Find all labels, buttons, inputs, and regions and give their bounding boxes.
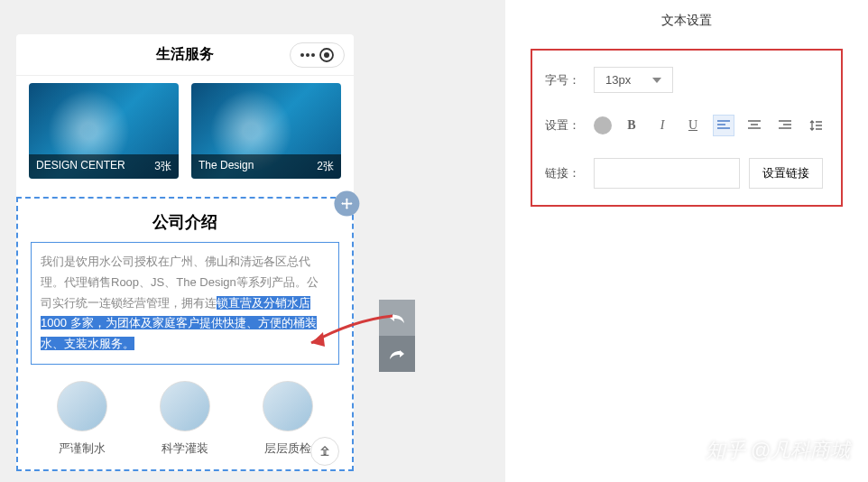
header-controls[interactable] bbox=[290, 42, 345, 68]
feature-item[interactable]: 严谨制水 bbox=[57, 381, 107, 457]
company-text[interactable]: 我们是饮用水公司授权在广州、佛山和清远各区总代理。代理销售Roop、JS、The… bbox=[31, 242, 339, 365]
format-row: 设置： B I U bbox=[545, 115, 828, 136]
image-card[interactable]: The Design2张 bbox=[191, 83, 341, 179]
set-link-button[interactable]: 设置链接 bbox=[749, 158, 823, 189]
image-count: 3张 bbox=[154, 159, 171, 174]
watermark: 知乎 @凡科商城 bbox=[706, 437, 850, 464]
undo-button[interactable] bbox=[379, 300, 415, 336]
underline-button[interactable]: U bbox=[682, 115, 704, 136]
image-title: DESIGN CENTER bbox=[36, 159, 125, 174]
feature-item[interactable]: 科学灌装 bbox=[160, 381, 210, 457]
font-size-select[interactable]: 13px bbox=[594, 67, 673, 93]
app-title: 生活服务 bbox=[156, 45, 214, 64]
feature-label: 严谨制水 bbox=[59, 440, 106, 457]
image-count: 2张 bbox=[317, 159, 334, 174]
feature-label: 科学灌装 bbox=[162, 440, 208, 457]
image-title: The Design bbox=[199, 159, 254, 174]
move-handle[interactable] bbox=[334, 191, 359, 217]
text-color-button[interactable] bbox=[594, 116, 612, 134]
link-row: 链接： 设置链接 bbox=[545, 158, 828, 189]
line-height-button[interactable] bbox=[805, 115, 826, 136]
italic-button[interactable]: I bbox=[651, 115, 673, 136]
text-settings-panel: 文本设置 字号： 13px 设置： B I U 链接： bbox=[505, 0, 868, 482]
bold-button[interactable]: B bbox=[621, 115, 642, 136]
undo-redo-group bbox=[379, 300, 415, 372]
svg-point-4 bbox=[324, 52, 329, 58]
font-size-value: 13px bbox=[605, 73, 631, 87]
link-input[interactable] bbox=[594, 158, 740, 189]
link-label: 链接： bbox=[545, 165, 594, 181]
svg-point-1 bbox=[306, 53, 309, 57]
image-gallery-row: DESIGN CENTER3张 The Design2张 bbox=[16, 76, 354, 191]
format-label: 设置： bbox=[545, 117, 594, 134]
feature-item[interactable]: 层层质检 bbox=[263, 381, 313, 457]
image-card[interactable]: DESIGN CENTER3张 bbox=[29, 83, 179, 179]
panel-title: 文本设置 bbox=[505, 0, 868, 42]
more-icon bbox=[300, 52, 316, 58]
feature-image bbox=[263, 381, 313, 431]
font-size-label: 字号： bbox=[545, 72, 594, 88]
settings-box: 字号： 13px 设置： B I U 链接： 设置链接 bbox=[531, 49, 843, 207]
align-left-button[interactable] bbox=[713, 115, 734, 136]
feature-image bbox=[57, 381, 107, 431]
redo-button[interactable] bbox=[379, 336, 415, 372]
format-toolbar: B I U bbox=[594, 115, 826, 136]
share-button[interactable] bbox=[310, 437, 339, 466]
svg-point-0 bbox=[300, 53, 304, 57]
svg-point-2 bbox=[311, 53, 315, 57]
align-center-button[interactable] bbox=[743, 115, 765, 136]
company-section[interactable]: 公司介绍 我们是饮用水公司授权在广州、佛山和清远各区总代理。代理销售Roop、J… bbox=[16, 197, 354, 471]
chevron-down-icon bbox=[652, 78, 661, 83]
feature-image bbox=[160, 381, 210, 431]
font-size-row: 字号： 13px bbox=[545, 67, 828, 93]
align-right-button[interactable] bbox=[774, 115, 796, 136]
app-header: 生活服务 bbox=[16, 34, 354, 76]
feature-label: 层层质检 bbox=[264, 440, 311, 457]
section-title: 公司介绍 bbox=[31, 211, 339, 233]
feature-row: 严谨制水 科学灌装 层层质检 bbox=[31, 381, 339, 457]
target-icon bbox=[319, 47, 335, 63]
